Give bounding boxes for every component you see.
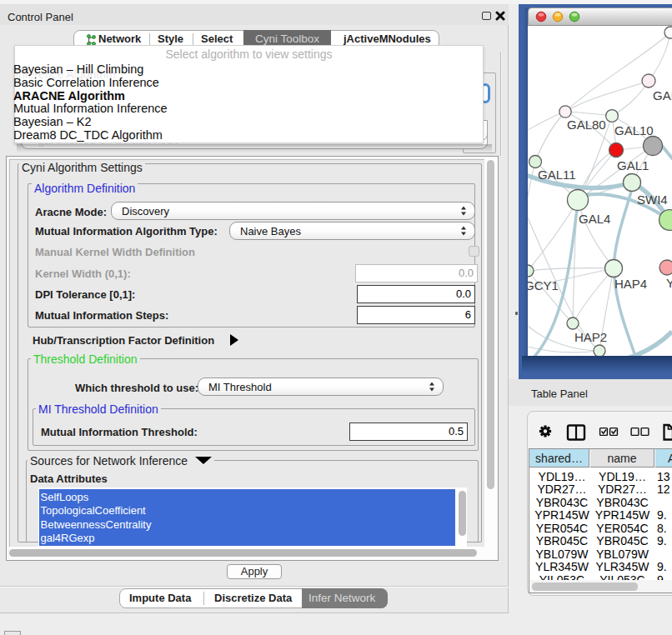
svg-text:GCY1: GCY1: [528, 278, 559, 292]
svg-text:GAL7: GAL7: [653, 88, 672, 102]
svg-text:GAL4: GAL4: [579, 212, 610, 226]
svg-text:SWI4: SWI4: [637, 192, 668, 207]
svg-text:GAL11: GAL11: [538, 168, 576, 182]
svg-text:GAL1: GAL1: [617, 158, 649, 172]
svg-text:HAP2: HAP2: [574, 330, 607, 344]
svg-text:HAP4: HAP4: [614, 277, 647, 291]
svg-text:GAL10: GAL10: [614, 123, 654, 138]
svg-text:Y: Y: [666, 276, 672, 290]
svg-text:GAL80: GAL80: [567, 118, 606, 132]
